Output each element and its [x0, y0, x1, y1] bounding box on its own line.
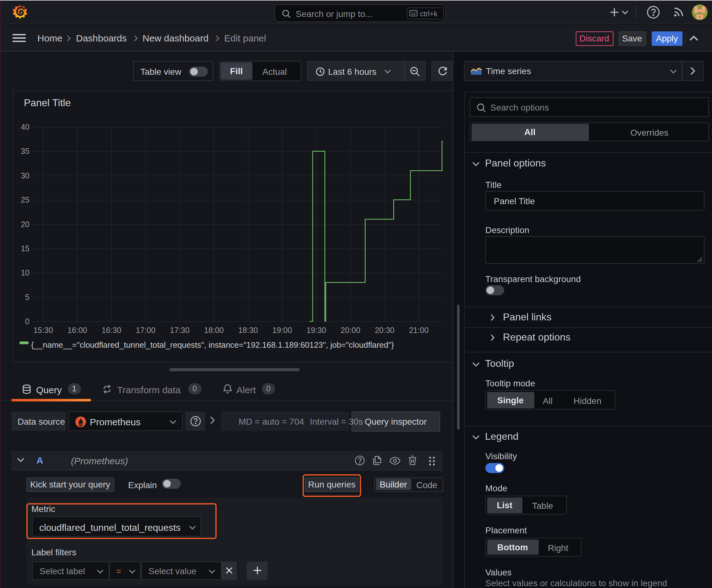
svg-text:19:30: 19:30: [306, 326, 326, 334]
svg-text:20:00: 20:00: [341, 326, 360, 334]
svg-text:35: 35: [21, 146, 29, 155]
svg-text:16:00: 16:00: [67, 326, 87, 334]
svg-text:18:00: 18:00: [204, 326, 224, 334]
svg-text:15:30: 15:30: [33, 326, 53, 334]
svg-text:5: 5: [25, 292, 29, 301]
svg-text:21:00: 21:00: [409, 326, 429, 334]
svg-text:25: 25: [21, 195, 29, 204]
svg-text:19:00: 19:00: [273, 326, 292, 334]
svg-text:{__name__="cloudflared_tunnel_: {__name__="cloudflared_tunnel_total_requ…: [31, 340, 394, 349]
svg-text:20: 20: [21, 219, 29, 228]
svg-text:0: 0: [25, 317, 29, 326]
svg-text:15: 15: [21, 244, 29, 253]
svg-text:16:30: 16:30: [102, 326, 122, 334]
svg-text:40: 40: [21, 122, 29, 131]
svg-text:17:30: 17:30: [170, 326, 190, 334]
svg-text:10: 10: [21, 268, 29, 277]
svg-text:30: 30: [21, 171, 29, 180]
svg-text:17:00: 17:00: [136, 326, 156, 334]
svg-text:20:30: 20:30: [375, 326, 395, 334]
svg-text:18:30: 18:30: [238, 326, 258, 334]
